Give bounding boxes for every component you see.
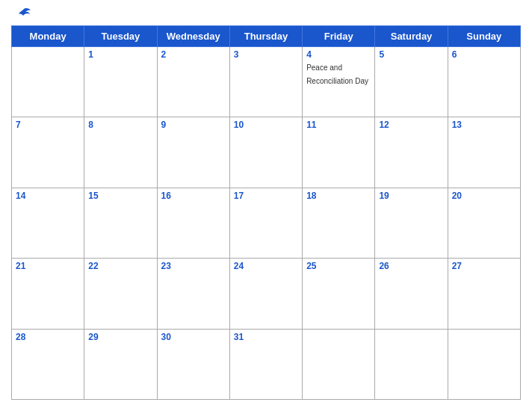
- table-row: 3: [229, 47, 302, 117]
- day-number: 28: [16, 332, 80, 342]
- table-row: 12: [375, 117, 448, 188]
- table-row: 15: [84, 188, 157, 258]
- logo: [15, 7, 31, 19]
- table-row: [375, 329, 448, 399]
- header-sunday: Sunday: [448, 26, 520, 47]
- table-row: 5: [375, 47, 448, 117]
- day-number: 9: [161, 120, 226, 130]
- table-row: 8: [84, 117, 157, 188]
- table-row: 23: [157, 259, 229, 329]
- table-row: [303, 329, 375, 399]
- calendar-week-row: 28293031: [12, 329, 521, 399]
- day-number: 7: [16, 120, 80, 130]
- table-row: 13: [448, 117, 520, 188]
- calendar-week-row: 1234Peace and Reconciliation Day56: [12, 47, 521, 117]
- table-row: 24: [229, 259, 302, 329]
- table-row: 2: [157, 47, 229, 117]
- header-saturday: Saturday: [375, 26, 448, 47]
- table-row: 9: [157, 117, 229, 188]
- weekday-header-row: Monday Tuesday Wednesday Thursday Friday…: [12, 26, 521, 47]
- day-number: 30: [161, 332, 226, 342]
- calendar-table: Monday Tuesday Wednesday Thursday Friday…: [11, 25, 521, 400]
- header-tuesday: Tuesday: [84, 26, 157, 47]
- table-row: 6: [448, 47, 520, 117]
- day-number: 25: [306, 261, 371, 271]
- table-row: 31: [229, 329, 302, 399]
- day-number: 4: [306, 49, 371, 60]
- table-row: [12, 47, 84, 117]
- table-row: 30: [157, 329, 229, 399]
- table-row: 27: [448, 259, 520, 329]
- day-number: 6: [452, 49, 516, 60]
- day-number: 5: [379, 49, 443, 60]
- day-number: 24: [234, 261, 298, 271]
- table-row: 26: [375, 259, 448, 329]
- day-number: 11: [306, 120, 371, 130]
- table-row: 17: [229, 188, 302, 258]
- day-number: 3: [234, 49, 298, 60]
- table-row: 10: [229, 117, 302, 188]
- day-number: 21: [16, 261, 80, 271]
- header-thursday: Thursday: [229, 26, 302, 47]
- day-number: 8: [88, 120, 152, 130]
- day-number: 10: [234, 120, 298, 130]
- day-number: 16: [161, 191, 226, 201]
- day-number: 27: [452, 261, 516, 271]
- table-row: 18: [303, 188, 375, 258]
- table-row: 21: [12, 259, 84, 329]
- table-row: 20: [448, 188, 520, 258]
- header-wednesday: Wednesday: [157, 26, 229, 47]
- day-number: 23: [161, 261, 226, 271]
- event-label: Peace and Reconciliation Day: [306, 64, 368, 85]
- day-number: 26: [379, 261, 443, 271]
- day-number: 15: [88, 191, 152, 201]
- table-row: 14: [12, 188, 84, 258]
- table-row: 22: [84, 259, 157, 329]
- table-row: 28: [12, 329, 84, 399]
- day-number: 14: [16, 191, 80, 201]
- table-row: 25: [303, 259, 375, 329]
- table-row: 11: [303, 117, 375, 188]
- table-row: 4Peace and Reconciliation Day: [303, 47, 375, 117]
- day-number: 18: [306, 191, 371, 201]
- day-number: 20: [452, 191, 516, 201]
- table-row: 7: [12, 117, 84, 188]
- day-number: 31: [234, 332, 298, 342]
- table-row: 16: [157, 188, 229, 258]
- header-friday: Friday: [303, 26, 375, 47]
- day-number: 17: [234, 191, 298, 201]
- table-row: 1: [84, 47, 157, 117]
- table-row: 29: [84, 329, 157, 399]
- table-row: 19: [375, 188, 448, 258]
- logo-bird-icon: [16, 7, 31, 19]
- day-number: 19: [379, 191, 443, 201]
- calendar-header: [11, 7, 521, 19]
- calendar-week-row: 21222324252627: [12, 259, 521, 329]
- day-number: 29: [88, 332, 152, 342]
- day-number: 22: [88, 261, 152, 271]
- day-number: 2: [161, 49, 226, 60]
- header-monday: Monday: [12, 26, 84, 47]
- calendar-week-row: 14151617181920: [12, 188, 521, 258]
- day-number: 13: [452, 120, 516, 130]
- calendar-week-row: 78910111213: [12, 117, 521, 188]
- day-number: 1: [88, 49, 152, 60]
- day-number: 12: [379, 120, 443, 130]
- table-row: [448, 329, 520, 399]
